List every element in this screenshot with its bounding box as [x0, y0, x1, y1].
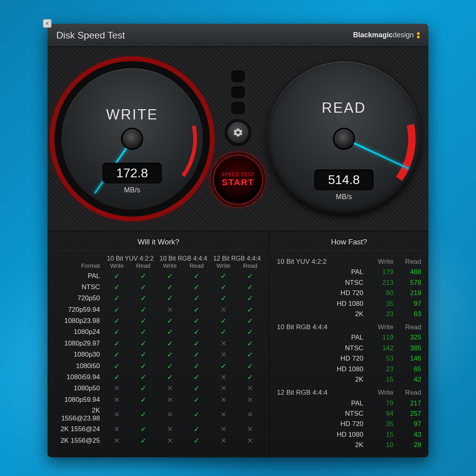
cross-icon: ✕ [104, 405, 130, 424]
read-fps: 146 [395, 353, 423, 364]
close-button[interactable]: × [43, 19, 52, 28]
cross-icon: ✕ [237, 435, 264, 446]
table-row: 1080p50✕✓✕✓✕✕ [53, 383, 264, 394]
table-row: PAL119325 [275, 332, 423, 343]
cross-icon: ✕ [104, 383, 130, 394]
write-fps: 79 [367, 398, 395, 408]
gauge-hub [123, 129, 142, 148]
center-controls: SPEED TEST START [214, 75, 262, 203]
check-icon: ✓ [130, 372, 157, 383]
format-label: PAL [275, 267, 367, 277]
check-icon: ✓ [237, 372, 264, 383]
gauge-panel: WRITE 172.8 MB/s SPEED TEST START [48, 47, 428, 231]
format-label: NTSC [53, 282, 104, 293]
hf-group-name: 10 Bit RGB 4:4:4 [275, 319, 367, 332]
cross-icon: ✕ [210, 383, 237, 394]
check-icon: ✓ [183, 304, 210, 315]
check-icon: ✓ [183, 383, 210, 394]
check-icon: ✓ [130, 394, 157, 405]
table-row: NTSC✓✓✓✓✓✓ [53, 282, 264, 293]
brand-label: Blackmagicdesign [353, 31, 420, 39]
cross-icon: ✕ [157, 405, 183, 424]
check-icon: ✓ [104, 270, 130, 281]
wiw-sub-header: Write [210, 262, 237, 270]
hf-col-read: Read [395, 319, 423, 332]
read-gauge: READ 514.8 MB/s [267, 61, 421, 216]
wiw-sub-header: Read [183, 262, 210, 270]
wiw-format-header: Format [53, 262, 104, 270]
table-row: HD 72053146 [275, 353, 423, 364]
how-fast-table: 10 Bit YUV 4:2:2WriteReadPAL179488NTSC21… [275, 254, 423, 450]
read-fps: 63 [395, 309, 423, 319]
table-row: 1080p24✓✓✓✓✓✓ [53, 326, 264, 338]
format-label: 1080p50 [53, 383, 104, 394]
results-panel: Will it Work? 10 Bit YUV 4:2:2 10 Bit RG… [48, 231, 428, 457]
read-fps: 65 [395, 364, 423, 374]
read-unit: MB/s [314, 193, 374, 201]
wiw-sub-header: Read [237, 262, 264, 270]
check-icon: ✓ [130, 293, 157, 304]
how-fast-panel: How Fast? 10 Bit YUV 4:2:2WriteReadPAL17… [270, 231, 428, 457]
table-row: 2K 1556@25✕✓✕✓✕✕ [53, 435, 264, 446]
write-fps: 119 [367, 332, 395, 343]
read-gauge-label: READ [267, 100, 421, 116]
hf-col-write: Write [367, 319, 395, 332]
format-label: NTSC [275, 409, 367, 419]
check-icon: ✓ [157, 282, 183, 293]
status-led-icon [231, 102, 245, 114]
check-icon: ✓ [104, 315, 130, 326]
table-row: HD 7203597 [275, 419, 423, 429]
check-icon: ✓ [157, 326, 183, 338]
check-icon: ✓ [183, 360, 210, 371]
app-window: × Disk Speed Test Blackmagicdesign WRITE… [48, 24, 428, 457]
format-label: PAL [275, 332, 367, 343]
check-icon: ✓ [104, 282, 130, 293]
cross-icon: ✕ [157, 424, 183, 435]
check-icon: ✓ [183, 315, 210, 326]
check-icon: ✓ [183, 372, 210, 383]
check-icon: ✓ [183, 270, 210, 281]
hf-col-read: Read [395, 254, 423, 267]
hf-col-write: Write [367, 254, 395, 267]
check-icon: ✓ [157, 360, 183, 371]
write-fps: 23 [367, 309, 395, 319]
check-icon: ✓ [157, 270, 183, 281]
check-icon: ✓ [130, 270, 157, 281]
wiw-sub-header: Write [157, 262, 183, 270]
check-icon: ✓ [183, 435, 210, 446]
format-label: 1080p29.97 [53, 338, 104, 349]
write-gauge-label: WRITE [61, 106, 203, 123]
format-label: 2K 1556@25 [53, 435, 104, 446]
check-icon: ✓ [104, 360, 130, 371]
brand-name: Blackmagicdesign [353, 31, 414, 39]
hf-group-header: 10 Bit YUV 4:2:2WriteRead [275, 254, 423, 267]
settings-button[interactable] [228, 122, 248, 143]
check-icon: ✓ [183, 326, 210, 338]
table-row: PAL✓✓✓✓✓✓ [53, 270, 264, 281]
cross-icon: ✕ [104, 394, 130, 405]
hf-group-name: 10 Bit YUV 4:2:2 [275, 254, 367, 267]
start-button-label: START [222, 177, 254, 188]
will-it-work-title: Will it Work? [53, 235, 264, 251]
read-fps: 43 [395, 429, 423, 440]
write-fps: 94 [367, 409, 395, 419]
status-led-icon [231, 86, 245, 98]
table-row: 1080i50✓✓✓✓✓✓ [53, 360, 264, 371]
read-fps: 42 [395, 374, 423, 385]
cross-icon: ✕ [237, 405, 264, 424]
cross-icon: ✕ [237, 383, 264, 394]
start-button[interactable]: SPEED TEST START [215, 156, 261, 203]
check-icon: ✓ [157, 349, 183, 360]
status-led-icon [231, 71, 245, 83]
hf-group-header: 12 Bit RGB 4:4:4WriteRead [275, 385, 423, 398]
cross-icon: ✕ [157, 304, 183, 315]
table-row: PAL79217 [275, 398, 423, 408]
table-row: 1080p30✓✓✓✓✕✓ [53, 349, 264, 360]
wiw-sub-header: Read [130, 262, 157, 270]
check-icon: ✓ [130, 349, 157, 360]
write-fps: 15 [367, 374, 395, 385]
check-icon: ✓ [130, 435, 157, 446]
check-icon: ✓ [157, 293, 183, 304]
table-row: 720p50✓✓✓✓✓✓ [53, 293, 264, 304]
check-icon: ✓ [130, 383, 157, 394]
